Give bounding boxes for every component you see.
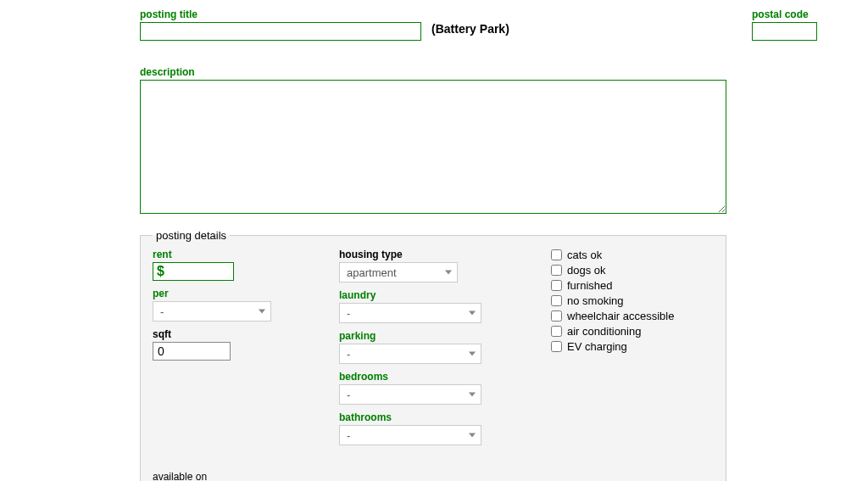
cats-ok-row[interactable]: cats ok xyxy=(551,249,714,261)
postal-code-input[interactable] xyxy=(752,22,817,41)
ac-checkbox[interactable] xyxy=(551,326,562,337)
bedrooms-label: bedrooms xyxy=(339,371,551,383)
available-on-block: available on xyxy=(153,471,714,481)
description-field: description xyxy=(140,66,817,214)
wheelchair-row[interactable]: wheelchair accessible xyxy=(551,310,714,322)
chevron-down-icon xyxy=(259,310,265,314)
sqft-label: sqft xyxy=(153,328,339,340)
posting-title-label: posting title xyxy=(140,8,421,20)
sqft-input[interactable] xyxy=(153,342,231,361)
housing-type-select[interactable]: apartment xyxy=(339,262,458,282)
location-display: (Battery Park) xyxy=(431,22,509,36)
details-col-3: cats ok dogs ok furnished no smoking whe… xyxy=(551,249,714,355)
wheelchair-label: wheelchair accessible xyxy=(567,310,674,322)
posting-details-fieldset: posting details rent per - sqft xyxy=(140,229,726,481)
chevron-down-icon xyxy=(469,393,476,397)
cats-ok-label: cats ok xyxy=(567,249,602,261)
posting-title-field: posting title xyxy=(140,8,421,41)
per-selected: - xyxy=(160,305,164,318)
laundry-label: laundry xyxy=(339,289,551,301)
furnished-label: furnished xyxy=(567,279,612,292)
per-label: per xyxy=(153,288,339,299)
ev-row[interactable]: EV charging xyxy=(551,340,714,353)
laundry-select[interactable]: - xyxy=(339,303,481,323)
rent-label: rent xyxy=(153,249,339,260)
posting-details-legend: posting details xyxy=(153,229,230,242)
chevron-down-icon xyxy=(469,311,476,316)
ac-label: air conditioning xyxy=(567,325,641,338)
parking-select[interactable]: - xyxy=(339,344,481,364)
postal-code-field: postal code xyxy=(752,8,817,41)
details-col-1: rent per - sqft xyxy=(153,249,339,367)
dogs-ok-label: dogs ok xyxy=(567,264,606,277)
details-col-2: housing type apartment laundry - parking xyxy=(339,249,551,452)
bathrooms-selected: - xyxy=(347,429,350,442)
bathrooms-label: bathrooms xyxy=(339,411,551,423)
bedrooms-selected: - xyxy=(347,389,350,401)
parking-selected: - xyxy=(347,348,350,361)
description-textarea[interactable] xyxy=(140,80,726,214)
wheelchair-checkbox[interactable] xyxy=(551,310,562,322)
housing-type-label: housing type xyxy=(339,249,551,260)
bathrooms-select[interactable]: - xyxy=(339,425,481,445)
no-smoking-row[interactable]: no smoking xyxy=(551,294,714,307)
posting-title-input[interactable] xyxy=(140,22,421,41)
rent-input[interactable] xyxy=(153,262,234,281)
available-on-label: available on xyxy=(153,471,714,481)
furnished-checkbox[interactable] xyxy=(551,280,562,291)
bedrooms-select[interactable]: - xyxy=(339,384,481,405)
ev-checkbox[interactable] xyxy=(551,341,562,352)
chevron-down-icon xyxy=(469,352,476,356)
per-select[interactable]: - xyxy=(153,301,271,322)
chevron-down-icon xyxy=(469,433,476,438)
ev-label: EV charging xyxy=(567,340,627,353)
dogs-ok-checkbox[interactable] xyxy=(551,265,562,276)
chevron-down-icon xyxy=(445,271,452,275)
description-label: description xyxy=(140,66,817,78)
dogs-ok-row[interactable]: dogs ok xyxy=(551,264,714,277)
parking-label: parking xyxy=(339,330,551,342)
no-smoking-label: no smoking xyxy=(567,294,623,307)
ac-row[interactable]: air conditioning xyxy=(551,325,714,338)
cats-ok-checkbox[interactable] xyxy=(551,249,562,260)
no-smoking-checkbox[interactable] xyxy=(551,295,562,306)
top-row: posting title (Battery Park) postal code xyxy=(140,8,817,41)
housing-type-selected: apartment xyxy=(347,266,397,279)
laundry-selected: - xyxy=(347,307,350,320)
furnished-row[interactable]: furnished xyxy=(551,279,714,292)
postal-code-label: postal code xyxy=(752,8,817,20)
